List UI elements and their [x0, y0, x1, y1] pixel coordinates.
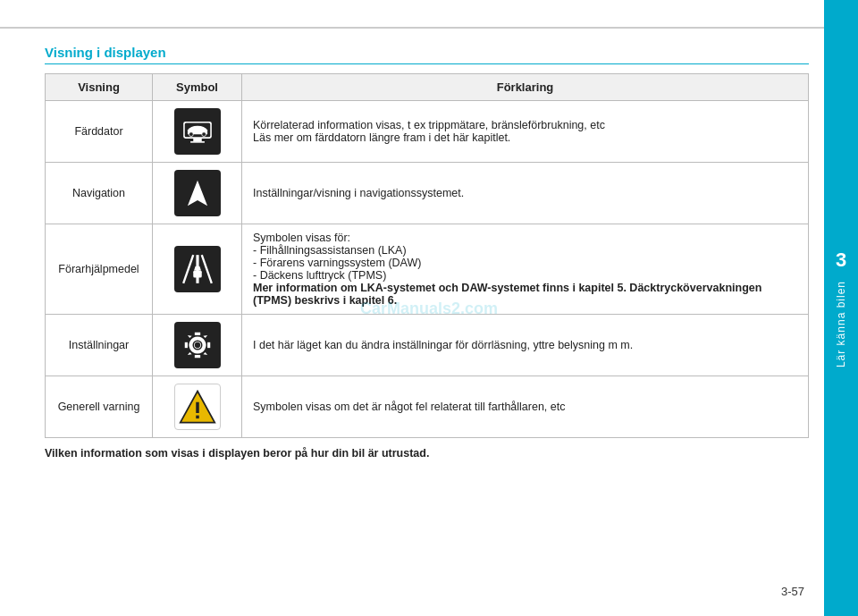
symbol-cell [153, 101, 242, 163]
table-row: Navigation Inställningar/visning i navig… [46, 163, 809, 224]
visning-cell: Navigation [46, 163, 153, 224]
symbol-cell [153, 315, 242, 376]
footer-note: Vilken information som visas i displayen… [45, 447, 809, 460]
svg-rect-3 [190, 141, 205, 143]
forklaring-cell: Symbolen visas om det är något fel relat… [242, 376, 809, 438]
visning-cell: Färddator [46, 101, 153, 163]
top-divider [0, 27, 858, 29]
chapter-title: Lär känna bilen [835, 281, 847, 367]
main-content: Visning i displayen Visning Symbol Förkl… [45, 45, 809, 571]
visning-cell: Inställningar [46, 315, 153, 376]
symbol-cell [153, 376, 242, 438]
svg-point-5 [201, 132, 206, 137]
svg-rect-13 [196, 416, 199, 419]
page-number: 3-57 [781, 585, 804, 598]
svg-point-10 [194, 342, 199, 348]
symbol-cell [153, 163, 242, 224]
forklaring-cell: I det här läget kan du ändra inställning… [242, 315, 809, 376]
chapter-number: 3 [836, 249, 846, 272]
forklaring-cell: Symbolen visas för:- Filhållningsassista… [242, 224, 809, 315]
header-forklaring: Förklaring [242, 74, 809, 101]
header-visning: Visning [46, 74, 153, 101]
table-row: Färddator Körrelaterad information visas… [46, 101, 809, 163]
forklaring-cell: Körrelaterad information visas, t ex tri… [242, 101, 809, 163]
forklaring-cell: Inställningar/visning i navigationssyste… [242, 163, 809, 224]
header-symbol: Symbol [153, 74, 242, 101]
table-row: Förarhjälpmedel Symbolen visas för:- Fil… [46, 224, 809, 315]
svg-rect-12 [196, 402, 199, 413]
table-row: Inställningar I det här läget kan du änd… [46, 315, 809, 376]
svg-rect-7 [193, 271, 202, 278]
chapter-sidebar: 3 Lär känna bilen [824, 0, 858, 616]
section-title: Visning i displayen [45, 45, 809, 64]
visning-cell: Generell varning [46, 376, 153, 438]
table-row: Generell varning Symbolen visas om det ä… [46, 376, 809, 438]
symbol-cell [153, 224, 242, 315]
svg-rect-2 [193, 139, 202, 141]
svg-point-4 [189, 132, 193, 137]
visning-cell: Förarhjälpmedel [46, 224, 153, 315]
forklaring-bold: Mer information om LKA-systemet och DAW-… [253, 282, 761, 307]
display-table: Visning Symbol Förklaring Färddator Körr… [45, 73, 809, 438]
